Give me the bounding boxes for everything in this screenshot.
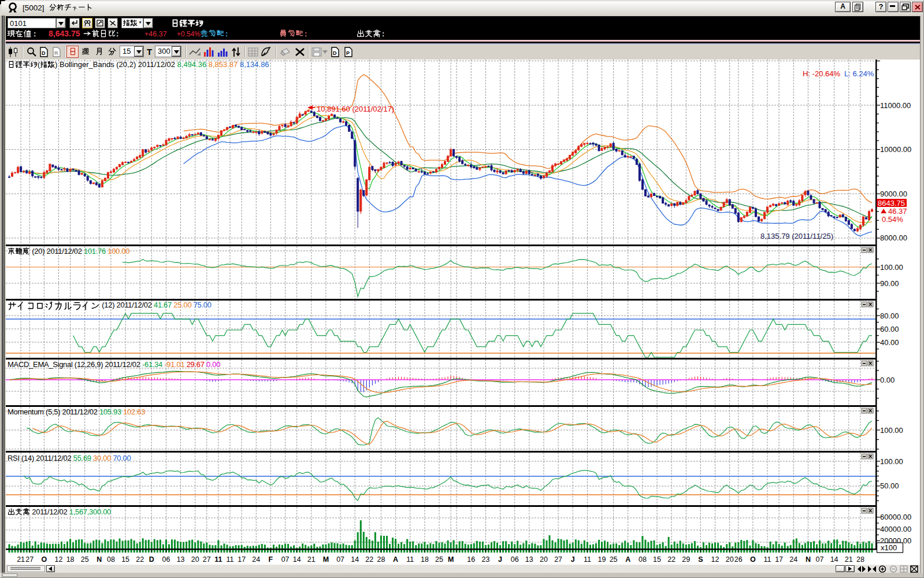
svg-text:06: 06 bbox=[162, 555, 170, 564]
svg-text:07: 07 bbox=[336, 555, 344, 564]
svg-text:07: 07 bbox=[281, 555, 290, 564]
svg-text:25: 25 bbox=[435, 555, 443, 564]
svg-text:80.00: 80.00 bbox=[880, 312, 899, 320]
svg-text:14: 14 bbox=[351, 555, 359, 564]
svg-text:P: P bbox=[346, 50, 350, 56]
svg-text:90.00: 90.00 bbox=[880, 279, 899, 288]
svg-text:15: 15 bbox=[653, 555, 661, 564]
svg-text:27: 27 bbox=[203, 555, 211, 564]
svg-text:28: 28 bbox=[377, 555, 385, 564]
svg-text:22: 22 bbox=[667, 555, 676, 564]
svg-text:8000.00: 8000.00 bbox=[880, 234, 907, 242]
svg-text:20: 20 bbox=[726, 555, 734, 564]
svg-text:D: D bbox=[333, 50, 337, 56]
svg-text:23: 23 bbox=[481, 555, 489, 564]
svg-text:50.00: 50.00 bbox=[880, 481, 899, 490]
svg-text:8,135.79 (2011/11/25): 8,135.79 (2011/11/25) bbox=[760, 232, 833, 240]
svg-text:N: N bbox=[806, 555, 811, 564]
svg-text:0.00: 0.00 bbox=[880, 376, 895, 384]
svg-text:24: 24 bbox=[789, 555, 797, 564]
svg-text:R: R bbox=[54, 50, 58, 56]
svg-text:11: 11 bbox=[406, 555, 414, 564]
svg-text:06: 06 bbox=[511, 555, 519, 564]
svg-text:26: 26 bbox=[734, 555, 743, 564]
svg-text:D: D bbox=[149, 555, 154, 564]
svg-text:24: 24 bbox=[252, 555, 260, 564]
svg-text:13: 13 bbox=[177, 555, 185, 564]
svg-text:12: 12 bbox=[55, 555, 63, 564]
svg-text:29: 29 bbox=[682, 555, 690, 564]
svg-text:D: D bbox=[42, 50, 46, 56]
svg-text:60000.00: 60000.00 bbox=[880, 513, 911, 521]
svg-text:14: 14 bbox=[293, 555, 301, 564]
svg-text:100.00: 100.00 bbox=[880, 426, 903, 435]
svg-text:J: J bbox=[498, 555, 502, 564]
svg-text:11: 11 bbox=[764, 555, 771, 564]
svg-text:9000.00: 9000.00 bbox=[880, 190, 907, 198]
svg-text:18: 18 bbox=[421, 555, 429, 564]
svg-text:08: 08 bbox=[639, 555, 647, 564]
svg-text:H: -20.64%: H: -20.64% bbox=[803, 69, 840, 78]
svg-text:07: 07 bbox=[816, 555, 824, 564]
svg-text:L: 6.24%: L: 6.24% bbox=[844, 69, 874, 78]
svg-text:40.00: 40.00 bbox=[880, 338, 899, 347]
svg-text:20: 20 bbox=[191, 555, 199, 564]
svg-text:11: 11 bbox=[227, 555, 234, 564]
svg-text:11: 11 bbox=[214, 555, 222, 564]
svg-text:12: 12 bbox=[711, 555, 719, 564]
svg-text:21: 21 bbox=[17, 555, 25, 564]
svg-text:21: 21 bbox=[845, 555, 853, 564]
svg-text:14: 14 bbox=[830, 555, 838, 564]
svg-text:25: 25 bbox=[81, 555, 89, 564]
svg-text:17: 17 bbox=[775, 555, 783, 564]
svg-text:10,891.60 (2011/02/17): 10,891.60 (2011/02/17) bbox=[317, 105, 394, 113]
svg-text:A: A bbox=[625, 555, 630, 564]
svg-text:10000.00: 10000.00 bbox=[880, 145, 911, 154]
svg-text:18: 18 bbox=[66, 555, 75, 564]
svg-text:N: N bbox=[97, 555, 102, 564]
svg-text:F: F bbox=[269, 555, 273, 564]
svg-text:13: 13 bbox=[525, 555, 533, 564]
svg-text:19: 19 bbox=[598, 555, 606, 564]
svg-text:100.00: 100.00 bbox=[880, 263, 903, 272]
svg-text:21: 21 bbox=[307, 555, 316, 564]
svg-text:16: 16 bbox=[467, 555, 475, 564]
svg-text:S: S bbox=[698, 555, 703, 564]
svg-text:15: 15 bbox=[121, 555, 129, 564]
svg-text:11000.00: 11000.00 bbox=[880, 101, 911, 110]
svg-text:J: J bbox=[571, 555, 575, 564]
svg-text:08: 08 bbox=[107, 555, 115, 564]
svg-text:O: O bbox=[750, 555, 756, 564]
svg-text:22: 22 bbox=[136, 555, 144, 564]
svg-text:60.00: 60.00 bbox=[880, 325, 899, 334]
svg-text:17: 17 bbox=[238, 555, 246, 564]
svg-text:20: 20 bbox=[540, 555, 548, 564]
svg-text:A: A bbox=[393, 555, 398, 564]
svg-text:8643.75: 8643.75 bbox=[878, 199, 905, 208]
svg-text:27: 27 bbox=[554, 555, 562, 564]
svg-text:x100: x100 bbox=[881, 543, 897, 552]
svg-text:100.00: 100.00 bbox=[880, 457, 903, 466]
svg-text:46.37: 46.37 bbox=[888, 207, 907, 216]
svg-text:27: 27 bbox=[25, 555, 34, 564]
svg-text:O: O bbox=[41, 555, 47, 564]
svg-text:25: 25 bbox=[610, 555, 618, 564]
svg-text:40000.00: 40000.00 bbox=[880, 525, 911, 533]
svg-text:M: M bbox=[323, 555, 329, 564]
svg-text:11: 11 bbox=[584, 555, 591, 564]
svg-text:0.54%: 0.54% bbox=[882, 215, 903, 224]
svg-text:28: 28 bbox=[856, 555, 864, 564]
svg-text:22: 22 bbox=[365, 555, 373, 564]
svg-text:M: M bbox=[448, 555, 454, 564]
